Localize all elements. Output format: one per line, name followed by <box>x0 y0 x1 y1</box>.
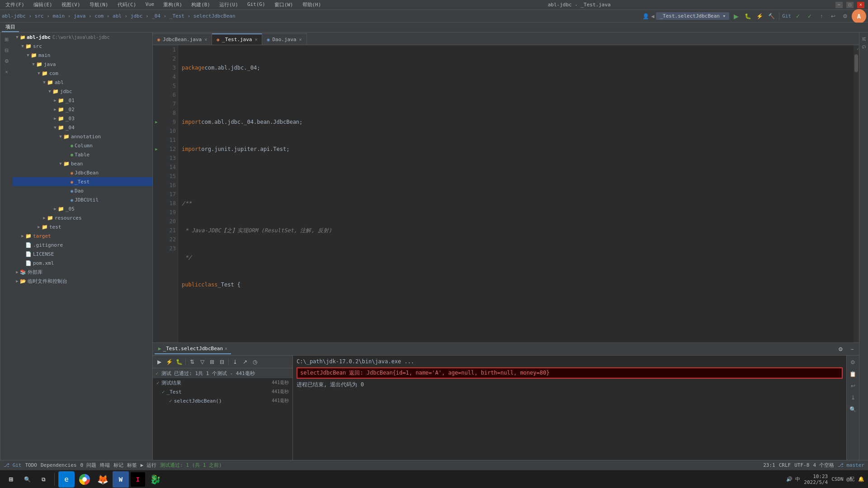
tree-main[interactable]: ▼ 📁 main <box>13 51 152 60</box>
menu-edit[interactable]: 编辑(E) <box>32 0 54 9</box>
close-button[interactable]: × <box>857 2 864 8</box>
history-btn[interactable]: ◷ <box>250 357 259 366</box>
firefox-app[interactable]: 🦊 <box>94 471 111 488</box>
edge-btn-2[interactable]: 📋 <box>848 369 858 379</box>
run-coverage-btn[interactable]: ⚡ <box>165 357 174 366</box>
run-tab[interactable]: ▶ _Test.selectJdbcBean × <box>155 344 231 354</box>
tree-abl[interactable]: ▼ 📁 abl <box>13 78 152 87</box>
menu-refactor[interactable]: 重构(R) <box>161 0 184 9</box>
tab-dao-close[interactable]: × <box>299 37 302 42</box>
menu-vue[interactable]: Vue <box>143 0 156 9</box>
task-view-button[interactable]: ⧉ <box>36 472 51 487</box>
search-button[interactable]: 🔍 <box>20 472 34 487</box>
tree-pom[interactable]: ▶ 📄 pom.xml <box>13 258 152 267</box>
tree-jdbc[interactable]: ▼ 📁 jdbc <box>13 87 152 96</box>
run-tests-btn[interactable]: ▶ <box>155 357 164 366</box>
export-btn[interactable]: ↗ <box>241 357 250 366</box>
status-tags[interactable]: 标签 <box>127 462 137 469</box>
code-editor[interactable]: ▶ ▶ <box>153 45 859 343</box>
test-result-list[interactable]: ✓ 测试结果 441毫秒 ✓ _Test 441毫秒 <box>153 378 292 460</box>
gutter-class-run[interactable]: ▶ <box>153 117 160 127</box>
menu-build[interactable]: 构建(B) <box>189 0 212 9</box>
tree-temp-files[interactable]: ▶ 📂 临时文件和控制台 <box>13 277 152 286</box>
tree-01[interactable]: ▶ 📁 _01 <box>13 96 152 105</box>
coverage-button[interactable]: ⚡ <box>755 11 764 21</box>
collapse-all-btn[interactable]: ⊟ <box>2 45 12 55</box>
right-panel-maven[interactable]: M <box>860 36 867 42</box>
settings-icon[interactable]: ⚙ <box>840 11 850 21</box>
git-pull[interactable]: ✓ <box>805 11 815 21</box>
tree-root[interactable]: ▼ 📁 abl-jdbc C:\work\java\abl-jdbc <box>13 33 152 42</box>
menu-nav[interactable]: 导航(N) <box>88 0 110 9</box>
settings-btn[interactable]: ⚙ <box>2 56 12 66</box>
tree-05[interactable]: ▶ 📁 _05 <box>13 204 152 213</box>
tree-02[interactable]: ▶ 📁 _02 <box>13 105 152 114</box>
tree-license[interactable]: ▶ 📄 LICENSE <box>13 249 152 258</box>
tree-jdbcbean[interactable]: ▶ ◉ JdbcBean <box>13 168 152 177</box>
tab-jdbcbean[interactable]: ◉ JdbcBean.java × <box>153 33 212 45</box>
test-result-root[interactable]: ✓ 测试结果 441毫秒 <box>153 378 292 387</box>
tree-src[interactable]: ▼ 📁 src <box>13 42 152 51</box>
tab-test-close[interactable]: × <box>255 37 257 42</box>
scrollbar-thumb[interactable] <box>854 54 858 72</box>
tree-gitignore[interactable]: ▶ 📄 .gitignore <box>13 240 152 249</box>
status-marks[interactable]: 标记 <box>113 462 123 469</box>
tab-test[interactable]: ◉ _Test.java × <box>212 33 262 45</box>
filter-btn[interactable]: ▽ <box>198 357 207 366</box>
status-git[interactable]: ⎇ Git <box>4 462 22 468</box>
start-button[interactable]: ⊞ <box>4 472 18 487</box>
menu-code[interactable]: 代码(C) <box>116 0 138 9</box>
tree-jdbcutil[interactable]: ▶ ◉ JDBCUtil <box>13 195 152 204</box>
back-icon[interactable]: ◀ <box>651 13 654 19</box>
tab-project[interactable]: 项目 <box>2 23 19 32</box>
code-content[interactable]: package com.abl.jdbc._04; import com.abl… <box>178 45 854 343</box>
indent-setting[interactable]: 4 个空格 <box>813 462 834 469</box>
tree-annotation[interactable]: ▼ 📁 annotation <box>13 132 152 141</box>
menu-help[interactable]: 帮助(H) <box>301 0 323 9</box>
menu-git[interactable]: Git(G) <box>245 0 267 9</box>
other-app[interactable]: 🐉 <box>147 471 163 488</box>
right-panel-gradle[interactable]: G <box>860 44 867 50</box>
debug-tests-btn[interactable]: 🐛 <box>175 357 184 366</box>
line-ending[interactable]: CRLF <box>779 462 791 468</box>
edge-btn-1[interactable]: ⚙ <box>848 357 858 367</box>
status-dependencies[interactable]: Dependencies <box>41 462 76 468</box>
vcs-branch[interactable]: ⎇ master <box>838 462 864 468</box>
status-todo[interactable]: TODO <box>25 462 38 468</box>
sort-btn[interactable]: ⇅ <box>188 357 197 366</box>
minimize-button[interactable]: − <box>835 2 843 8</box>
expand-tests-btn[interactable]: ⊞ <box>208 357 217 366</box>
tree-test-folder[interactable]: ▶ 📁 test <box>13 222 152 231</box>
tree-04[interactable]: ▼ 📁 _04 <box>13 123 152 132</box>
tree-external-libs[interactable]: ▶ 📚 外部库 <box>13 267 152 277</box>
menu-file[interactable]: 文件(F) <box>4 0 26 9</box>
test-result-class[interactable]: ✓ _Test 441毫秒 <box>153 387 292 396</box>
git-push[interactable]: ✓ <box>793 11 803 21</box>
status-terminal[interactable]: 终端 <box>100 462 110 469</box>
edge-btn-3[interactable]: ↩ <box>848 381 858 391</box>
chrome-app[interactable] <box>76 471 93 488</box>
gutter-method-run[interactable]: ▶ <box>153 145 160 154</box>
tree-table[interactable]: ▶ ● Table <box>13 150 152 159</box>
menu-view[interactable]: 视图(V) <box>60 0 82 9</box>
close-panel-btn[interactable]: × <box>2 67 12 77</box>
edge-app[interactable]: e <box>58 471 75 488</box>
tree-bean[interactable]: ▼ 📁 bean <box>13 159 152 168</box>
run-button[interactable]: ▶ <box>731 11 741 21</box>
maximize-button[interactable]: □ <box>846 2 854 8</box>
debug-button[interactable]: 🐛 <box>743 11 753 21</box>
word-app[interactable]: W <box>113 471 129 488</box>
menu-run[interactable]: 运行(U) <box>217 0 240 9</box>
edge-btn-4[interactable]: ⤓ <box>848 393 858 403</box>
tree-resources[interactable]: ▶ 📁 resources <box>13 213 152 222</box>
scroll-output-btn[interactable]: ⤓ <box>231 357 240 366</box>
menu-bar-items[interactable]: 文件(F) 编辑(E) 视图(V) 导航(N) 代码(C) Vue 重构(R) … <box>4 0 323 9</box>
tab-dao[interactable]: ◉ Dao.java × <box>262 33 307 45</box>
status-problems[interactable]: 0 问题 <box>80 462 96 469</box>
tab-jdbcbean-close[interactable]: × <box>204 37 207 42</box>
editor-scrollbar[interactable]: ✓ <box>854 45 859 343</box>
run-config-dropdown[interactable]: _Test.selectJdbcBean ▾ <box>656 12 729 20</box>
undo-button[interactable]: ↩ <box>828 11 838 21</box>
git-commit[interactable]: ↑ <box>816 11 826 21</box>
tree-dao[interactable]: ▶ ◉ Dao <box>13 186 152 195</box>
